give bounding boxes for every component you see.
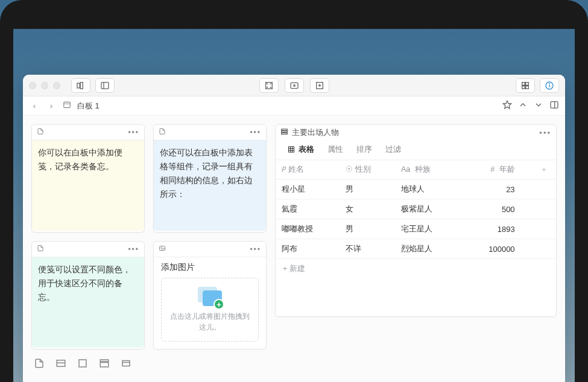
cell-age[interactable]: 23 <box>459 180 531 199</box>
svg-rect-25 <box>122 361 130 366</box>
note-card-blue[interactable]: ••• 你还可以在白板中添加表格等组件，记录一组具有相同结构的信息，如右边所示： <box>153 124 267 233</box>
nav-back-button[interactable]: ‹ <box>29 101 40 110</box>
column-header-gender[interactable]: ☉性别 <box>340 160 395 180</box>
tool-icon[interactable] <box>55 358 66 371</box>
toolbar-preview-button[interactable] <box>285 78 304 93</box>
card-more-button[interactable]: ••• <box>128 245 139 254</box>
tab-filter[interactable]: 过滤 <box>385 144 401 155</box>
tool-icon[interactable] <box>77 358 88 371</box>
add-column-button[interactable]: + <box>532 160 556 180</box>
svg-rect-11 <box>526 86 529 89</box>
image-card-title: 添加图片 <box>154 257 266 273</box>
tab-table[interactable]: 表格 <box>288 144 314 155</box>
column-header-age[interactable]: # 年龄 <box>459 160 531 180</box>
bottom-toolbar <box>31 358 145 371</box>
expand-down-button[interactable] <box>534 100 543 111</box>
table-row[interactable]: 氦霞 女 极紫星人 500 <box>276 199 556 219</box>
card-more-button[interactable]: ••• <box>128 128 139 137</box>
svg-rect-5 <box>291 83 298 88</box>
cell-race[interactable]: 烈焰星人 <box>395 239 459 259</box>
card-more-button[interactable]: ••• <box>250 128 261 137</box>
table-row[interactable]: 阿布 不详 烈焰星人 100000 <box>276 239 556 259</box>
note-icon <box>159 128 166 137</box>
toolbar-download-button[interactable] <box>310 78 329 93</box>
svg-rect-22 <box>79 360 86 367</box>
svg-marker-17 <box>503 101 511 108</box>
cell-age[interactable]: 1893 <box>459 219 531 239</box>
toolbar-info-button[interactable] <box>540 78 559 93</box>
image-card[interactable]: ••• 添加图片 + 点击这儿或将图片拖拽到这儿。 <box>153 241 267 349</box>
tool-icon[interactable] <box>34 358 45 371</box>
nav-forward-button[interactable]: › <box>46 101 57 110</box>
minimize-window-button[interactable] <box>41 82 48 89</box>
svg-rect-32 <box>289 147 294 152</box>
toolbar-grid-button[interactable] <box>516 78 535 93</box>
svg-rect-15 <box>64 102 71 107</box>
folder-icon <box>63 101 71 111</box>
svg-rect-1 <box>80 82 83 89</box>
cell-gender[interactable]: 不详 <box>340 239 395 259</box>
cell-name[interactable]: 嘟嘟教授 <box>276 219 340 239</box>
toolbar-panel-button-1[interactable] <box>71 78 90 93</box>
cell-age[interactable]: 100000 <box>459 239 531 259</box>
database-title[interactable]: 主要出场人物 <box>292 127 339 138</box>
svg-rect-31 <box>282 133 288 134</box>
table-row[interactable]: 程小星 男 地球人 23 <box>276 180 556 199</box>
svg-rect-30 <box>282 131 288 132</box>
cell-age[interactable]: 500 <box>459 199 531 219</box>
zoom-window-button[interactable] <box>53 82 60 89</box>
breadcrumb[interactable]: 白板 1 <box>77 101 100 111</box>
app-window: ‹ › 白板 1 <box>23 75 565 382</box>
column-header-name[interactable]: 𝘗姓名 <box>276 160 340 180</box>
cell-race[interactable]: 地球人 <box>395 180 459 199</box>
svg-point-28 <box>161 248 162 249</box>
cell-gender[interactable]: 男 <box>340 180 395 199</box>
database-icon <box>280 128 288 137</box>
cell-name[interactable]: 氦霞 <box>276 199 340 219</box>
svg-rect-8 <box>522 82 525 85</box>
table-view-tabs: 表格 属性 排序 过滤 <box>276 140 556 160</box>
tool-icon[interactable] <box>121 358 131 371</box>
svg-rect-29 <box>282 129 288 130</box>
collapse-up-button[interactable] <box>518 100 528 111</box>
tab-sort[interactable]: 排序 <box>356 144 372 155</box>
favorite-star-button[interactable] <box>502 100 512 111</box>
svg-rect-9 <box>526 82 529 85</box>
image-dropzone[interactable]: + 点击这儿或将图片拖拽到这儿。 <box>161 278 259 342</box>
database-table: 𝘗姓名 ☉性别 Aa 种族 # 年龄 + 程小星 男 地球人 23 <box>276 160 556 259</box>
note-text[interactable]: 你可以在白板中添加便笺，记录各类备忘。 <box>32 140 144 231</box>
table-row[interactable]: 嘟嘟教授 男 宅王星人 1893 <box>276 219 556 239</box>
note-card-teal[interactable]: ••• 便笺可以设置不同颜色，用于快速区分不同的备忘。 <box>31 241 145 349</box>
database-card[interactable]: 主要出场人物 ••• 表格 属性 排序 过滤 𝘗姓名 <box>275 124 557 317</box>
cell-race[interactable]: 宅王星人 <box>395 219 459 239</box>
svg-rect-23 <box>100 360 109 362</box>
svg-rect-0 <box>77 83 80 88</box>
cell-race[interactable]: 极紫星人 <box>395 199 459 219</box>
card-more-button[interactable]: ••• <box>539 128 551 137</box>
toolbar-sidebar-button[interactable] <box>95 78 115 93</box>
tool-icon[interactable] <box>99 358 110 371</box>
note-icon <box>37 128 44 137</box>
close-window-button[interactable] <box>29 82 36 89</box>
image-icon <box>159 245 166 254</box>
svg-point-14 <box>549 83 550 84</box>
note-card-yellow[interactable]: ••• 你可以在白板中添加便笺，记录各类备忘。 <box>31 124 145 233</box>
note-icon <box>37 245 44 254</box>
cell-gender[interactable]: 男 <box>340 219 395 239</box>
panel-toggle-button[interactable] <box>549 100 559 111</box>
cell-gender[interactable]: 女 <box>340 199 395 219</box>
cell-name[interactable]: 程小星 <box>276 180 340 199</box>
toolbar-expand-button[interactable] <box>259 78 279 93</box>
note-text[interactable]: 你还可以在白板中添加表格等组件，记录一组具有相同结构的信息，如右边所示： <box>154 140 266 231</box>
whiteboard-canvas[interactable]: ••• 你可以在白板中添加便笺，记录各类备忘。 ••• 便笺可以设置不同颜色，用… <box>23 116 565 382</box>
tab-properties[interactable]: 属性 <box>327 144 343 155</box>
image-placeholder-icon: + <box>198 287 222 307</box>
note-text[interactable]: 便笺可以设置不同颜色，用于快速区分不同的备忘。 <box>32 257 144 348</box>
column-header-race[interactable]: Aa 种族 <box>395 160 459 180</box>
svg-rect-10 <box>522 86 525 89</box>
add-row-button[interactable]: + 新建 <box>276 259 556 279</box>
svg-rect-24 <box>100 363 109 368</box>
cell-name[interactable]: 阿布 <box>276 239 340 259</box>
card-more-button[interactable]: ••• <box>250 245 261 254</box>
window-controls <box>29 82 60 89</box>
